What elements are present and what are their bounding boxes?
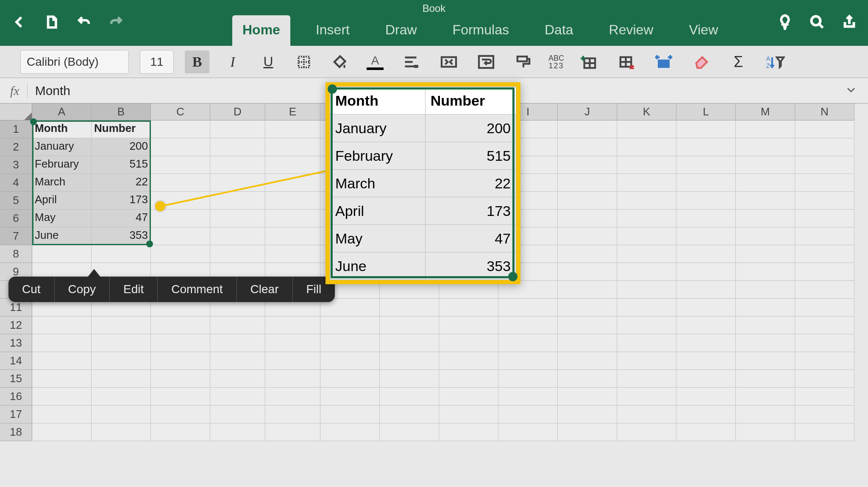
bold-button[interactable]: B bbox=[185, 50, 209, 73]
merge-button[interactable] bbox=[437, 50, 461, 73]
cell-D8[interactable] bbox=[210, 245, 265, 263]
lightbulb-icon[interactable] bbox=[776, 14, 793, 31]
cell-H13[interactable] bbox=[439, 334, 498, 352]
col-header-D[interactable]: D bbox=[210, 104, 265, 120]
row-header-18[interactable]: 18 bbox=[0, 423, 32, 441]
cell-F12[interactable] bbox=[320, 316, 380, 334]
autofit-button[interactable] bbox=[651, 50, 676, 73]
cell-N6[interactable] bbox=[795, 210, 854, 227]
tab-review[interactable]: Review bbox=[599, 15, 664, 47]
cell-L6[interactable] bbox=[676, 210, 736, 227]
cell-L14[interactable] bbox=[676, 352, 736, 370]
cell-D15[interactable] bbox=[210, 370, 265, 388]
cell-M11[interactable] bbox=[736, 299, 795, 316]
col-header-N[interactable]: N bbox=[795, 104, 854, 120]
clear-button[interactable] bbox=[689, 50, 713, 73]
cell-H14[interactable] bbox=[439, 352, 498, 370]
cell-L2[interactable] bbox=[676, 138, 736, 156]
cell-J13[interactable] bbox=[558, 334, 617, 352]
cell-B18[interactable] bbox=[92, 423, 151, 441]
search-icon[interactable] bbox=[809, 14, 826, 31]
cell-D16[interactable] bbox=[210, 388, 265, 406]
cell-I15[interactable] bbox=[498, 370, 558, 388]
cell-K10[interactable] bbox=[617, 281, 676, 299]
cell-E16[interactable] bbox=[265, 388, 320, 406]
row-header-1[interactable]: 1 bbox=[0, 120, 32, 138]
cell-A4[interactable]: March bbox=[32, 174, 92, 192]
cell-K17[interactable] bbox=[617, 406, 676, 423]
cell-K16[interactable] bbox=[617, 388, 676, 406]
cell-F13[interactable] bbox=[320, 334, 380, 352]
cell-A17[interactable] bbox=[32, 406, 92, 423]
font-name-select[interactable]: Calibri (Body) bbox=[20, 50, 129, 74]
cell-E3[interactable] bbox=[265, 156, 320, 174]
cell-A3[interactable]: February bbox=[32, 156, 92, 174]
cell-J11[interactable] bbox=[558, 299, 617, 316]
cell-F18[interactable] bbox=[320, 423, 380, 441]
cell-K12[interactable] bbox=[617, 316, 676, 334]
cell-N12[interactable] bbox=[795, 316, 854, 334]
cell-J9[interactable] bbox=[558, 263, 617, 281]
row-header-6[interactable]: 6 bbox=[0, 210, 32, 227]
cell-E5[interactable] bbox=[265, 192, 320, 210]
cell-B5[interactable]: 173 bbox=[92, 192, 151, 210]
cell-J15[interactable] bbox=[558, 370, 617, 388]
cell-B4[interactable]: 22 bbox=[92, 174, 151, 192]
cell-N11[interactable] bbox=[795, 299, 854, 316]
cell-E18[interactable] bbox=[265, 423, 320, 441]
cell-M4[interactable] bbox=[736, 174, 795, 192]
col-header-K[interactable]: K bbox=[617, 104, 676, 120]
cell-L16[interactable] bbox=[676, 388, 736, 406]
cell-A2[interactable]: January bbox=[32, 138, 92, 156]
cell-C4[interactable] bbox=[151, 174, 210, 192]
cell-N13[interactable] bbox=[795, 334, 854, 352]
cell-L7[interactable] bbox=[676, 227, 736, 245]
cell-C7[interactable] bbox=[151, 227, 210, 245]
row-header-5[interactable]: 5 bbox=[0, 192, 32, 210]
tab-draw[interactable]: Draw bbox=[375, 15, 427, 47]
cell-D13[interactable] bbox=[210, 334, 265, 352]
cell-A7[interactable]: June bbox=[32, 227, 92, 245]
cell-M2[interactable] bbox=[736, 138, 795, 156]
cell-C12[interactable] bbox=[151, 316, 210, 334]
cell-E8[interactable] bbox=[265, 245, 320, 263]
italic-button[interactable]: I bbox=[220, 50, 245, 73]
cell-J7[interactable] bbox=[558, 227, 617, 245]
cell-C3[interactable] bbox=[151, 156, 210, 174]
cell-D7[interactable] bbox=[210, 227, 265, 245]
insert-cells-button[interactable] bbox=[577, 50, 601, 73]
col-header-J[interactable]: J bbox=[558, 104, 617, 120]
tab-insert[interactable]: Insert bbox=[306, 15, 360, 47]
cell-K7[interactable] bbox=[617, 227, 676, 245]
cell-C8[interactable] bbox=[151, 245, 210, 263]
cell-G12[interactable] bbox=[380, 316, 439, 334]
cell-N3[interactable] bbox=[795, 156, 854, 174]
cell-M17[interactable] bbox=[736, 406, 795, 423]
align-button[interactable] bbox=[398, 50, 423, 73]
cell-N15[interactable] bbox=[795, 370, 854, 388]
cell-B3[interactable]: 515 bbox=[92, 156, 151, 174]
cell-I16[interactable] bbox=[498, 388, 558, 406]
cell-J8[interactable] bbox=[558, 245, 617, 263]
cell-K4[interactable] bbox=[617, 174, 676, 192]
file-icon[interactable] bbox=[43, 14, 60, 31]
cell-A12[interactable] bbox=[32, 316, 92, 334]
cell-K13[interactable] bbox=[617, 334, 676, 352]
cell-F17[interactable] bbox=[320, 406, 380, 423]
cell-D14[interactable] bbox=[210, 352, 265, 370]
cell-B8[interactable] bbox=[92, 245, 151, 263]
cell-L12[interactable] bbox=[676, 316, 736, 334]
cell-M12[interactable] bbox=[736, 316, 795, 334]
cell-M7[interactable] bbox=[736, 227, 795, 245]
cell-L18[interactable] bbox=[676, 423, 736, 441]
cell-M1[interactable] bbox=[736, 120, 795, 138]
cell-I11[interactable] bbox=[498, 299, 558, 316]
cell-A1[interactable]: Month bbox=[32, 120, 92, 138]
underline-button[interactable]: U bbox=[256, 50, 281, 73]
cell-C18[interactable] bbox=[151, 423, 210, 441]
cell-F16[interactable] bbox=[320, 388, 380, 406]
cell-J17[interactable] bbox=[558, 406, 617, 423]
cell-J1[interactable] bbox=[558, 120, 617, 138]
row-header-8[interactable]: 8 bbox=[0, 245, 32, 263]
cell-J14[interactable] bbox=[558, 352, 617, 370]
